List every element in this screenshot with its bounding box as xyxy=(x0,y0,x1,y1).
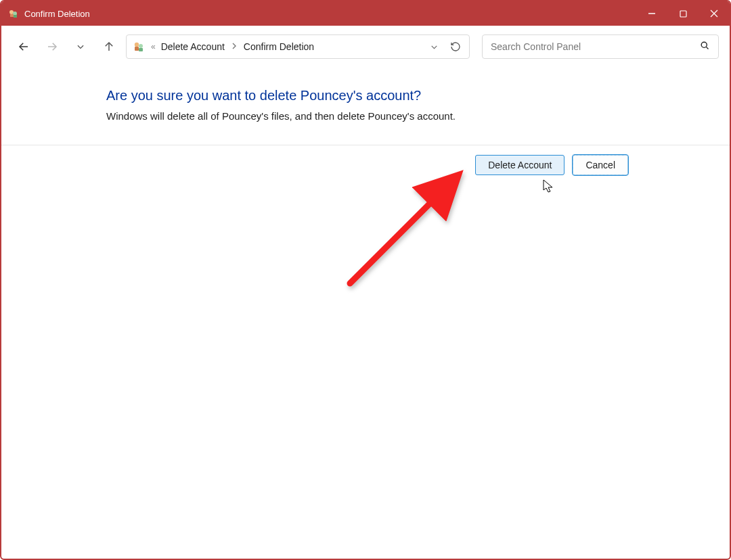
toolbar: « Delete Account Confirm Deletion xyxy=(1,26,730,68)
chevron-right-icon xyxy=(230,43,238,51)
svg-rect-12 xyxy=(135,47,139,51)
svg-point-11 xyxy=(135,43,139,47)
svg-rect-3 xyxy=(14,15,17,18)
svg-line-18 xyxy=(350,179,455,283)
svg-rect-2 xyxy=(10,14,14,17)
refresh-button[interactable] xyxy=(447,35,464,58)
address-bar[interactable]: « Delete Account Confirm Deletion xyxy=(126,34,470,59)
cursor-icon xyxy=(543,179,555,194)
svg-rect-14 xyxy=(139,48,143,51)
minimize-button[interactable] xyxy=(636,1,667,26)
svg-point-15 xyxy=(701,42,707,47)
svg-point-13 xyxy=(139,44,143,48)
cancel-button[interactable]: Cancel xyxy=(573,155,628,175)
search-input[interactable] xyxy=(491,41,700,52)
window-title: Confirm Deletion xyxy=(24,9,90,19)
content-area: Are you sure you want to delete Pouncey'… xyxy=(1,68,730,122)
window-controls xyxy=(636,1,730,26)
svg-marker-19 xyxy=(544,180,552,192)
breadcrumb-dropdown-button[interactable] xyxy=(426,35,442,58)
maximize-button[interactable] xyxy=(667,1,699,26)
svg-line-16 xyxy=(706,47,708,49)
breadcrumb-item-delete-account[interactable]: Delete Account xyxy=(161,41,225,52)
annotation-arrow xyxy=(343,165,485,294)
breadcrumb-item-confirm-deletion[interactable]: Confirm Deletion xyxy=(244,41,314,52)
up-button[interactable] xyxy=(97,35,120,58)
app-icon xyxy=(8,8,19,19)
confirmation-heading: Are you sure you want to delete Pouncey'… xyxy=(106,88,730,103)
back-button[interactable] xyxy=(12,35,35,58)
forward-button[interactable] xyxy=(41,35,64,58)
titlebar: Confirm Deletion xyxy=(1,1,730,26)
svg-rect-5 xyxy=(680,11,686,17)
search-box[interactable] xyxy=(482,34,719,59)
recent-locations-button[interactable] xyxy=(69,35,92,58)
confirmation-subtext: Windows will delete all of Pouncey's fil… xyxy=(106,110,730,122)
button-row: Delete Account Cancel xyxy=(1,145,730,175)
breadcrumb-overflow-icon[interactable]: « xyxy=(151,42,156,51)
close-button[interactable] xyxy=(699,1,730,26)
user-accounts-icon xyxy=(132,40,146,53)
delete-account-button[interactable]: Delete Account xyxy=(475,155,564,175)
search-icon[interactable] xyxy=(700,41,710,53)
